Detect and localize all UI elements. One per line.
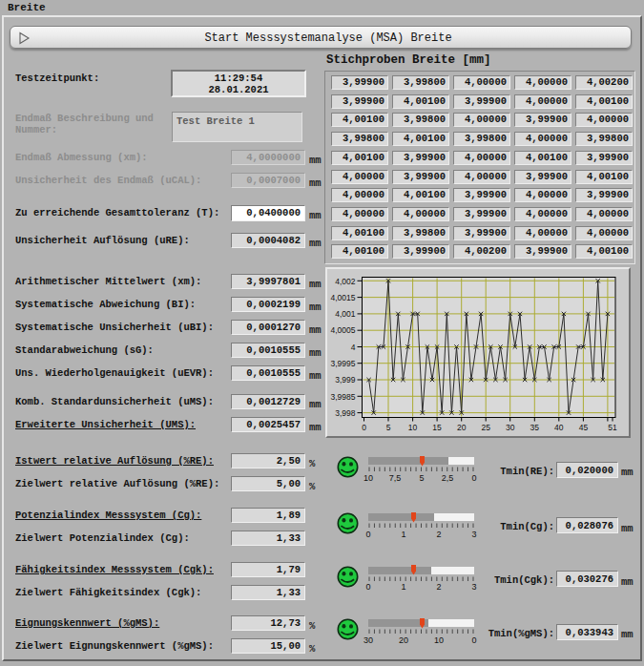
svg-text:3,999: 3,999 xyxy=(335,375,356,385)
svg-text:35: 35 xyxy=(530,423,540,432)
svg-text:15: 15 xyxy=(432,423,442,432)
svg-text:45: 45 xyxy=(579,423,589,432)
svg-text:30: 30 xyxy=(506,423,515,432)
svg-text:51: 51 xyxy=(608,423,617,432)
svg-text:20: 20 xyxy=(457,423,467,432)
svg-text:3,998: 3,998 xyxy=(335,408,356,418)
svg-text:25: 25 xyxy=(481,423,490,432)
svg-text:5: 5 xyxy=(386,423,391,432)
svg-text:4,001: 4,001 xyxy=(335,309,356,319)
svg-text:0: 0 xyxy=(362,423,366,432)
svg-text:10: 10 xyxy=(408,423,418,432)
svg-text:4: 4 xyxy=(351,343,356,352)
svg-text:4,002: 4,002 xyxy=(335,277,356,286)
svg-text:3,9985: 3,9985 xyxy=(331,392,356,402)
svg-text:4,0005: 4,0005 xyxy=(331,325,356,335)
svg-text:4,0015: 4,0015 xyxy=(331,293,356,302)
svg-text:3,9995: 3,9995 xyxy=(331,359,356,368)
svg-text:40: 40 xyxy=(554,423,564,432)
